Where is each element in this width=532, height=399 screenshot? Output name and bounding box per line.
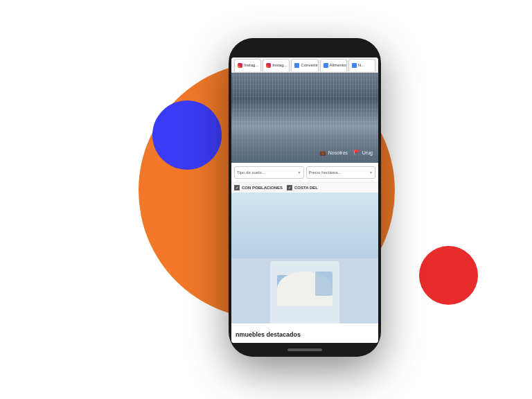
- briefcase-icon: 💼: [319, 150, 326, 156]
- checkbox-label-1: CON POBLACIONES: [242, 186, 283, 190]
- instagram-favicon-2: [266, 63, 271, 68]
- scene: Instag... Instag... Convertir coordena..…: [0, 0, 532, 399]
- tab-alimentos[interactable]: Alimentos Congela...: [320, 59, 347, 71]
- phone-screen: Instag... Instag... Convertir coordena..…: [231, 57, 378, 343]
- filter-precio[interactable]: Precio hectárea... ▼: [306, 166, 376, 179]
- browser-tab-bar: Instag... Instag... Convertir coordena..…: [231, 57, 378, 73]
- instagram-favicon-1: [238, 63, 242, 68]
- checkbox-row: CON POBLACIONES COSTA DEL: [231, 183, 378, 193]
- tab-convertir[interactable]: Convertir coordena...: [291, 59, 318, 71]
- filter-tipo-label: Tipo de suelo...: [237, 170, 265, 175]
- property-building: [270, 261, 339, 323]
- checkbox-costa-del[interactable]: COSTA DEL: [287, 185, 318, 190]
- tab-instagram-1[interactable]: Instag...: [234, 59, 261, 71]
- phone-mockup: Instag... Instag... Convertir coordena..…: [229, 38, 381, 357]
- filter-bar: Tipo de suelo... ▼ Precio hectárea... ▼: [231, 163, 378, 183]
- tab-n[interactable]: N...: [348, 59, 375, 71]
- dropdown-arrow-1: ▼: [298, 170, 301, 175]
- hero-image: 💼 Nosotros 🚩 Urug: [231, 73, 378, 163]
- phone-notch: [281, 38, 329, 51]
- checkbox-box-1: [234, 185, 240, 190]
- tab-label-1: Instag...: [244, 63, 258, 67]
- phone-bottom-bar: [229, 343, 381, 357]
- blue-circle: [152, 100, 222, 170]
- dropdown-arrow-2: ▼: [369, 170, 373, 175]
- page-favicon-3: [352, 63, 357, 68]
- tab-label-3: Convertir coordena...: [301, 63, 318, 67]
- phone-top-bar: [229, 38, 381, 57]
- featured-title: nmuebles destacados: [236, 331, 301, 338]
- nav-item-nosotros[interactable]: 💼 Nosotros: [319, 150, 348, 156]
- filter-precio-label: Precio hectárea...: [309, 170, 342, 175]
- nav-item-urug[interactable]: 🚩 Urug: [353, 150, 373, 156]
- nav-label-nosotros: Nosotros: [328, 150, 348, 155]
- nav-label-urug: Urug: [362, 150, 373, 155]
- tab-label-2: Instag...: [272, 63, 287, 67]
- checkbox-box-2: [287, 185, 292, 190]
- site-nav: 💼 Nosotros 🚩 Urug: [231, 150, 378, 156]
- page-favicon-1: [294, 63, 299, 68]
- flag-icon: 🚩: [353, 150, 360, 156]
- tab-instagram-2[interactable]: Instag...: [263, 59, 290, 71]
- white-mound: [277, 272, 332, 306]
- page-favicon-2: [323, 63, 328, 68]
- red-circle: [419, 246, 478, 305]
- checkbox-con-poblaciones[interactable]: CON POBLACIONES: [234, 185, 283, 190]
- tab-label-4: Alimentos Congela...: [330, 63, 347, 67]
- filter-tipo-suelo[interactable]: Tipo de suelo... ▼: [234, 166, 304, 179]
- checkbox-label-2: COSTA DEL: [294, 186, 318, 190]
- page-content: 💼 Nosotros 🚩 Urug Tipo de suelo... ▼: [231, 73, 378, 343]
- property-sky: [231, 193, 378, 258]
- home-indicator: [287, 348, 322, 351]
- tab-label-5: N...: [358, 63, 364, 67]
- property-image: [231, 193, 378, 323]
- featured-section: nmuebles destacados: [231, 323, 378, 343]
